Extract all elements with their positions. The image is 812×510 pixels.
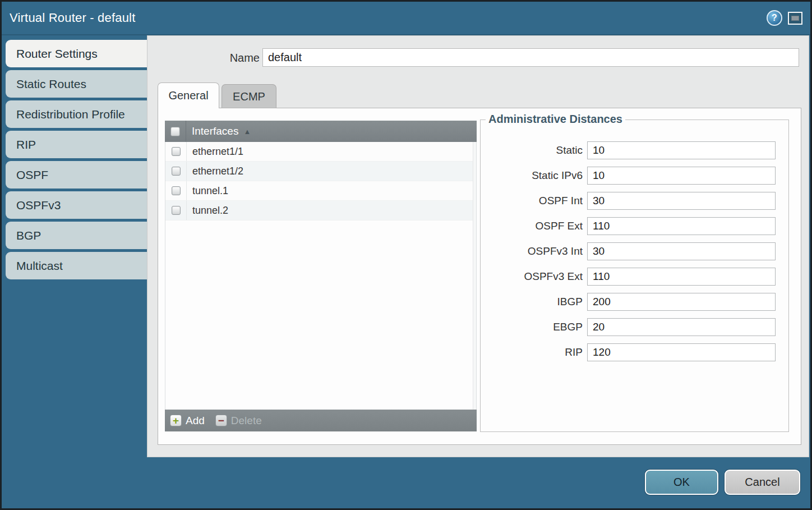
field-row: OSPFv3 Ext	[481, 268, 788, 286]
table-row[interactable]: ethernet1/1	[165, 142, 476, 162]
interfaces-table-body: ethernet1/1 ethernet1/2 tunnel.1	[165, 142, 477, 410]
window-restore-icon[interactable]	[788, 12, 802, 25]
table-row[interactable]: tunnel.1	[165, 181, 476, 201]
add-icon: +	[170, 415, 182, 426]
rip-label: RIP	[481, 346, 587, 359]
static-input[interactable]	[587, 141, 776, 159]
ebgp-input[interactable]	[587, 318, 776, 336]
row-checkbox[interactable]	[172, 186, 181, 195]
field-row: RIP	[481, 343, 788, 361]
name-label: Name	[204, 52, 260, 65]
row-checkbox[interactable]	[172, 206, 181, 215]
administrative-distances-fields: Static Static IPv6 OSPF Int OSPF Ext	[481, 120, 788, 361]
select-all-cell	[165, 121, 186, 142]
cancel-button[interactable]: Cancel	[725, 470, 800, 495]
administrative-distances-title: Administrative Distances	[486, 113, 625, 126]
titlebar-icons: ?	[767, 10, 802, 26]
rip-input[interactable]	[587, 343, 776, 361]
ospf-int-label: OSPF Int	[481, 195, 587, 207]
interface-name: ethernet1/1	[192, 146, 243, 158]
interface-name: ethernet1/2	[192, 166, 243, 177]
table-row[interactable]: tunnel.2	[165, 201, 476, 220]
row-checkbox-cell	[165, 162, 187, 181]
field-row: IBGP	[481, 293, 788, 311]
help-icon[interactable]: ?	[767, 10, 782, 26]
router-settings-panel: Name General ECMP Interfaces ▲	[147, 35, 809, 457]
sidebar-item-static-routes[interactable]: Static Routes	[6, 70, 147, 98]
ospf-ext-label: OSPF Ext	[481, 220, 587, 232]
row-checkbox[interactable]	[172, 147, 181, 156]
ibgp-input[interactable]	[587, 293, 776, 311]
name-input[interactable]	[262, 48, 799, 67]
virtual-router-dialog: Virtual Router - default ? Router Settin…	[0, 0, 812, 510]
field-row: Static	[481, 141, 788, 159]
sidebar-item-router-settings[interactable]: Router Settings	[6, 40, 147, 67]
row-checkbox[interactable]	[172, 167, 181, 176]
ospfv3-int-input[interactable]	[587, 242, 776, 260]
static-label: Static	[481, 144, 587, 157]
sidebar: Router Settings Static Routes Redistribu…	[6, 40, 147, 282]
interfaces-column-header: Interfaces	[192, 125, 238, 137]
ospfv3-ext-label: OSPFv3 Ext	[481, 270, 587, 283]
interfaces-table-footer: + Add − Delete	[165, 410, 477, 431]
ok-button[interactable]: OK	[645, 470, 718, 495]
tab-general[interactable]: General	[158, 82, 219, 108]
static-ipv6-label: Static IPv6	[481, 169, 587, 182]
dialog-titlebar: Virtual Router - default ?	[2, 2, 810, 35]
sidebar-item-bgp[interactable]: BGP	[6, 222, 147, 249]
delete-button[interactable]: − Delete	[215, 415, 262, 427]
delete-button-label: Delete	[231, 415, 262, 427]
sidebar-item-ospf[interactable]: OSPF	[6, 161, 147, 189]
window-restore-icon-inner	[791, 16, 799, 21]
general-tab-content: Interfaces ▲ ethernet1/1 etherne	[158, 108, 801, 445]
row-checkbox-cell	[165, 181, 187, 200]
sort-ascending-icon: ▲	[243, 127, 251, 136]
administrative-distances-group: Administrative Distances Static Static I…	[480, 120, 789, 432]
field-row: OSPFv3 Int	[481, 242, 788, 260]
add-button-label: Add	[186, 415, 205, 427]
sidebar-item-rip[interactable]: RIP	[6, 131, 147, 158]
row-checkbox-cell	[165, 201, 187, 220]
ospfv3-int-label: OSPFv3 Int	[481, 245, 587, 258]
ebgp-label: EBGP	[481, 321, 587, 333]
add-button[interactable]: + Add	[170, 415, 205, 427]
delete-icon: −	[215, 415, 227, 426]
interfaces-table-header[interactable]: Interfaces ▲	[165, 121, 477, 142]
dialog-title: Virtual Router - default	[10, 11, 136, 25]
interface-name: tunnel.1	[192, 185, 228, 197]
select-all-checkbox[interactable]	[170, 127, 180, 136]
ospf-int-input[interactable]	[587, 192, 776, 210]
row-checkbox-cell	[165, 142, 187, 161]
sidebar-item-redistribution-profile[interactable]: Redistribution Profile	[6, 100, 147, 128]
field-row: OSPF Int	[481, 192, 788, 210]
ospfv3-ext-input[interactable]	[587, 268, 776, 286]
table-scrollbar[interactable]	[473, 142, 476, 410]
field-row: EBGP	[481, 318, 788, 336]
field-row: OSPF Ext	[481, 217, 788, 235]
field-row: Static IPv6	[481, 167, 788, 185]
ospf-ext-input[interactable]	[587, 217, 776, 235]
sidebar-item-ospfv3[interactable]: OSPFv3	[6, 191, 147, 219]
tab-ecmp[interactable]: ECMP	[222, 84, 276, 109]
interfaces-table: Interfaces ▲ ethernet1/1 etherne	[165, 121, 477, 431]
table-row[interactable]: ethernet1/2	[165, 162, 476, 181]
interface-name: tunnel.2	[192, 205, 228, 217]
static-ipv6-input[interactable]	[587, 167, 776, 185]
sidebar-item-multicast[interactable]: Multicast	[6, 252, 147, 279]
ibgp-label: IBGP	[481, 296, 587, 308]
